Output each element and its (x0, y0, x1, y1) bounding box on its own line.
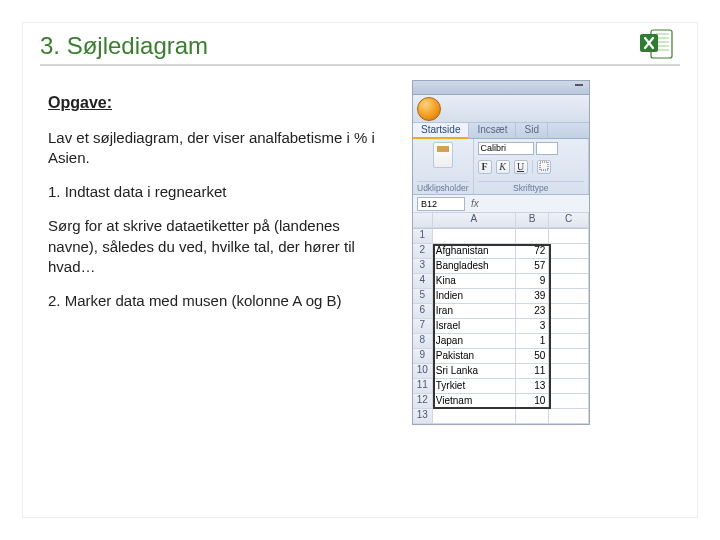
ribbon-group-clipboard: Udklipsholder (413, 139, 474, 194)
border-button[interactable] (537, 160, 551, 174)
cell[interactable]: 23 (516, 304, 550, 319)
step-1-detail: Sørg for at skrive dataetiketter på (lan… (48, 216, 378, 277)
cell[interactable] (549, 274, 589, 289)
bold-button[interactable]: F (478, 160, 492, 174)
table-row: 1 (413, 229, 589, 244)
svg-rect-7 (540, 162, 548, 170)
ribbon-label-font: Skrifttype (478, 181, 585, 193)
cell[interactable]: 57 (516, 259, 550, 274)
cell[interactable]: Israel (433, 319, 516, 334)
table-row: 3Bangladesh57 (413, 259, 589, 274)
cell[interactable]: Kina (433, 274, 516, 289)
task-text: Opgave: Lav et søjlediagram, der viser a… (48, 92, 378, 325)
grid-body: 1 2Afghanistan72 3Bangladesh57 4Kina9 5I… (413, 229, 589, 424)
cell[interactable] (549, 259, 589, 274)
cell[interactable] (549, 379, 589, 394)
excel-screenshot: Startside Incsæt Sid Udklipsholder Calib… (412, 80, 590, 425)
divider (532, 160, 533, 174)
step-1: 1. Indtast data i regnearket (48, 182, 378, 202)
cell[interactable]: 72 (516, 244, 550, 259)
cell[interactable] (516, 409, 550, 424)
table-row: 7Israel3 (413, 319, 589, 334)
task-description: Lav et søjlediagram, der viser analfabet… (48, 128, 378, 169)
cell[interactable] (549, 229, 589, 244)
formula-bar: B12 fx (413, 195, 589, 213)
table-row: 9Pakistan50 (413, 349, 589, 364)
italic-button[interactable]: K (496, 160, 510, 174)
font-size-select[interactable] (536, 142, 558, 155)
table-row: 6Iran23 (413, 304, 589, 319)
cell[interactable] (549, 289, 589, 304)
tab-home[interactable]: Startside (413, 123, 469, 139)
ribbon-group-font: Calibri F K U Skrifttype (474, 139, 590, 194)
cell[interactable]: 13 (516, 379, 550, 394)
cell[interactable]: 1 (516, 334, 550, 349)
font-name-select[interactable]: Calibri (478, 142, 534, 155)
cell[interactable]: 39 (516, 289, 550, 304)
cell[interactable] (549, 364, 589, 379)
underline-button[interactable]: U (514, 160, 528, 174)
cell[interactable]: Iran (433, 304, 516, 319)
cell[interactable]: Sri Lanka (433, 364, 516, 379)
cell[interactable]: Japan (433, 334, 516, 349)
cell[interactable] (549, 409, 589, 424)
quick-access-row (413, 95, 589, 123)
table-row: 11Tyrkiet13 (413, 379, 589, 394)
cell[interactable] (549, 304, 589, 319)
cell[interactable] (549, 394, 589, 409)
name-box[interactable]: B12 (417, 197, 465, 211)
tab-page[interactable]: Sid (516, 123, 547, 138)
task-heading: Opgave: (48, 92, 378, 114)
ribbon-label-clipboard: Udklipsholder (417, 181, 469, 193)
slide-title: 3. Søjlediagram (40, 32, 208, 60)
title-rule (40, 64, 680, 66)
cell[interactable] (549, 334, 589, 349)
cell[interactable]: 11 (516, 364, 550, 379)
cell[interactable] (516, 229, 550, 244)
table-row: 8Japan1 (413, 334, 589, 349)
cell[interactable] (549, 319, 589, 334)
fx-icon[interactable]: fx (471, 198, 479, 209)
cell[interactable]: Vietnam (433, 394, 516, 409)
cell[interactable]: 9 (516, 274, 550, 289)
cell[interactable]: Indien (433, 289, 516, 304)
ribbon: Udklipsholder Calibri F K U Skrifttyp (413, 139, 589, 195)
cell[interactable] (433, 229, 516, 244)
col-header-c[interactable]: C (549, 213, 589, 228)
office-button-icon[interactable] (417, 97, 441, 121)
col-header-a[interactable]: A (433, 213, 516, 228)
tab-insert[interactable]: Incsæt (469, 123, 516, 138)
table-row: 2Afghanistan72 (413, 244, 589, 259)
cell[interactable] (549, 349, 589, 364)
cell[interactable]: 50 (516, 349, 550, 364)
window-titlebar (413, 81, 589, 95)
cell[interactable] (549, 244, 589, 259)
cell[interactable]: 3 (516, 319, 550, 334)
select-all-corner[interactable] (413, 213, 433, 228)
table-row: 13 (413, 409, 589, 424)
ribbon-tabs: Startside Incsæt Sid (413, 123, 589, 139)
column-headers: A B C (413, 213, 589, 229)
excel-logo-icon (640, 28, 674, 60)
cell[interactable] (433, 409, 516, 424)
cell[interactable]: Pakistan (433, 349, 516, 364)
table-row: 12Vietnam10 (413, 394, 589, 409)
table-row: 4Kina9 (413, 274, 589, 289)
cell[interactable]: 10 (516, 394, 550, 409)
minimize-icon[interactable] (575, 84, 583, 86)
cell[interactable]: Bangladesh (433, 259, 516, 274)
table-row: 10Sri Lanka11 (413, 364, 589, 379)
col-header-b[interactable]: B (516, 213, 550, 228)
table-row: 5Indien39 (413, 289, 589, 304)
cell[interactable]: Afghanistan (433, 244, 516, 259)
step-2: 2. Marker data med musen (kolonne A og B… (48, 291, 378, 311)
paste-icon[interactable] (433, 142, 453, 168)
cell[interactable]: Tyrkiet (433, 379, 516, 394)
